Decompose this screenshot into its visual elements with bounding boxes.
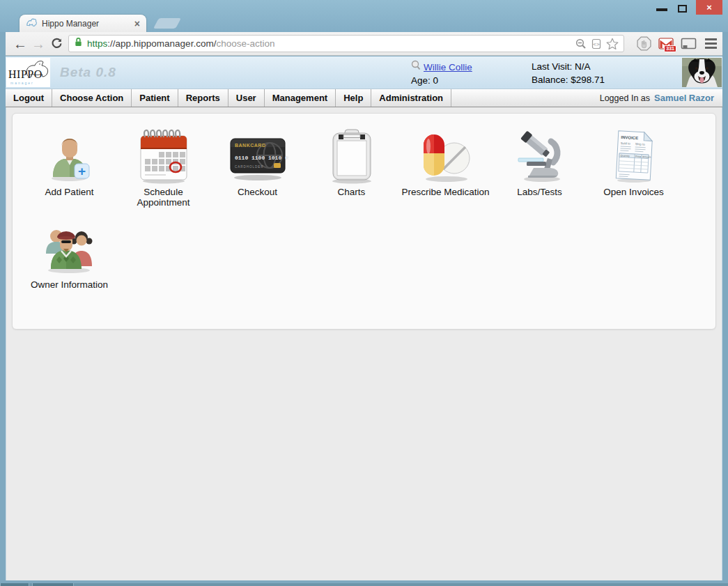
close-button[interactable]: × <box>696 0 722 15</box>
patient-age: Age: 0 <box>411 74 472 87</box>
action-label: Add Patient <box>45 187 94 197</box>
action-label: Prescribe Medication <box>401 187 489 197</box>
taskbar-edge <box>0 583 728 586</box>
window-titlebar: Hippo Manager × × <box>0 0 728 32</box>
menu-item-help[interactable]: Help <box>336 89 371 107</box>
menu-item-logout[interactable]: Logout <box>6 89 52 107</box>
tab-close-icon[interactable]: × <box>134 19 140 29</box>
browser-tab[interactable]: Hippo Manager × <box>20 15 146 32</box>
svg-text:+: + <box>77 164 85 178</box>
menu-item-patient[interactable]: Patient <box>132 89 178 107</box>
card-brand-text: BANKCARD <box>235 143 265 148</box>
app-header: HIPPO manager Beta 0.8 Willie Collie Age… <box>6 56 722 89</box>
svg-text:<>: <> <box>593 41 600 47</box>
microscope-icon <box>509 126 571 185</box>
minimize-button[interactable] <box>656 8 667 11</box>
patient-name-link[interactable]: Willie Collie <box>424 61 472 74</box>
action-checkout[interactable]: BANKCARD 0110 1100 1010 0101 CARDHOLDER … <box>210 126 304 208</box>
choose-action-card: + Add Patient <box>12 113 716 330</box>
invoice-ship-to-text: Ship to <box>635 142 645 146</box>
app-page: HIPPO manager Beta 0.8 Willie Collie Age… <box>6 56 722 580</box>
logged-in-prefix: Logged In as <box>600 93 650 103</box>
url-host: ://app.hippomanager.com/ <box>107 38 216 49</box>
menu-item-management[interactable]: Management <box>265 89 336 107</box>
action-label: Open Invoices <box>603 187 663 197</box>
clipboard-icon <box>320 126 383 185</box>
menu-item-administration[interactable]: Administration <box>371 89 451 107</box>
hippo-favicon-icon <box>26 17 38 30</box>
zoom-out-icon[interactable] <box>575 38 587 49</box>
url-text[interactable]: https://app.hippomanager.com/choose-acti… <box>87 38 571 49</box>
main-content: + Add Patient <box>6 107 722 580</box>
card-number-text: 0110 1100 1010 0101 <box>235 155 289 161</box>
taskbar-segment <box>0 583 29 586</box>
menu-item-choose-action[interactable]: Choose Action <box>52 89 132 107</box>
menu-item-user[interactable]: User <box>229 89 265 107</box>
action-label: Schedule Appointment <box>116 187 210 208</box>
last-visit: Last Visit: N/A <box>532 60 605 73</box>
patient-photo[interactable] <box>682 58 722 87</box>
app-menubar: Logout Choose Action Patient Reports Use… <box>6 89 722 107</box>
action-charts[interactable]: Charts <box>304 126 398 208</box>
balance: Balance: $298.71 <box>532 73 605 86</box>
pills-icon <box>415 126 477 185</box>
browser-toolbar: ← → https://app.hippomanager.com/choose-… <box>6 32 722 56</box>
invoice-sold-to-text: Sold to <box>620 141 630 146</box>
action-owner-information[interactable]: Owner Information <box>22 219 116 290</box>
action-add-patient[interactable]: + Add Patient <box>22 126 116 208</box>
visit-info: Last Visit: N/A Balance: $298.71 <box>532 60 605 86</box>
gmail-unread-badge: 331 <box>664 45 676 52</box>
new-tab-button[interactable] <box>153 18 181 29</box>
family-icon <box>38 219 101 277</box>
back-button[interactable]: ← <box>11 37 29 51</box>
invoice-icon: INVOICE Sold to Ship to <box>603 126 665 185</box>
invoice-col-amount: Amount <box>642 155 651 159</box>
logged-in-user[interactable]: Samuel Razor <box>654 93 714 103</box>
tab-title: Hippo Manager <box>42 19 134 29</box>
stop-hand-extension-icon[interactable] <box>637 36 651 51</box>
padlock-icon[interactable] <box>74 37 83 50</box>
card-holder-text: CARDHOLDER <box>235 165 264 169</box>
add-patient-icon: + <box>38 126 101 185</box>
menu-item-reports[interactable]: Reports <box>178 89 229 107</box>
patient-search-icon[interactable] <box>411 60 421 74</box>
gmail-extension-icon[interactable]: 331 <box>658 38 674 49</box>
forward-button: → <box>29 37 47 51</box>
cast-icon[interactable] <box>681 38 697 50</box>
action-schedule-appointment[interactable]: Schedule Appointment <box>116 126 210 208</box>
credit-card-icon: BANKCARD 0110 1100 1010 0101 CARDHOLDER <box>226 126 289 185</box>
action-open-invoices[interactable]: INVOICE Sold to Ship to <box>587 126 681 208</box>
invoice-col-price: Price <box>635 155 640 158</box>
hippo-logo[interactable]: HIPPO manager <box>6 58 50 87</box>
hippo-sketch-icon <box>23 58 51 82</box>
action-label: Labs/Tests <box>517 187 562 197</box>
taskbar-segment <box>32 583 74 586</box>
maximize-button[interactable] <box>678 5 687 13</box>
action-label: Checkout <box>238 187 277 197</box>
logged-in-status: Logged In as Samuel Razor <box>600 89 722 107</box>
invoice-col-quantity: Quantity <box>620 154 630 157</box>
action-prescribe-medication[interactable]: Prescribe Medication <box>398 126 493 208</box>
address-bar[interactable]: https://app.hippomanager.com/choose-acti… <box>68 35 624 52</box>
source-page-icon[interactable]: <> <box>591 38 601 49</box>
calendar-icon <box>132 126 195 185</box>
reload-button[interactable] <box>47 38 65 49</box>
url-scheme: https <box>87 38 107 49</box>
beta-version-label: Beta 0.8 <box>60 65 116 80</box>
action-label: Owner Information <box>31 279 108 290</box>
menu-hamburger-icon[interactable] <box>705 38 717 49</box>
action-label: Charts <box>338 187 366 197</box>
action-labs-tests[interactable]: Labs/Tests <box>493 126 587 208</box>
bookmark-star-icon[interactable] <box>606 38 619 50</box>
patient-info: Willie Collie Age: 0 <box>411 60 472 87</box>
url-path: choose-action <box>216 38 274 49</box>
